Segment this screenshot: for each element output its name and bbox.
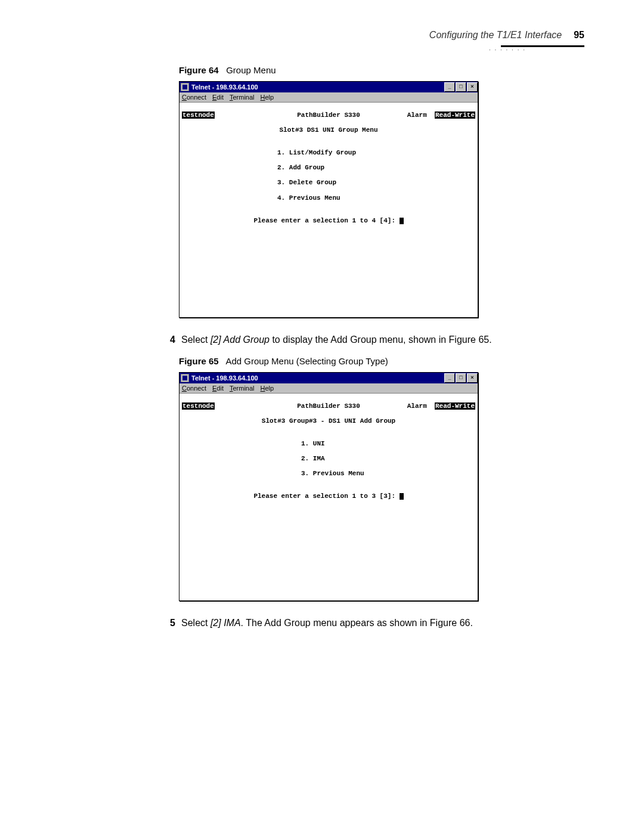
figure-65-caption: Figure 65 Add Group Menu (Selecting Grou… [179, 356, 584, 366]
menu-option-3: 3. Previous Menu [301, 470, 475, 478]
page: Configuring the T1/E1 Interface 95 · · ·… [0, 0, 644, 669]
app-icon [181, 83, 189, 91]
step4-em: [2] Add Group [210, 335, 270, 345]
step-4-text: Select [2] Add Group to display the Add … [181, 335, 492, 345]
step-number-4: 4 [167, 335, 175, 345]
menu-edit[interactable]: Edit [212, 385, 224, 392]
minimize-button[interactable]: _ [444, 82, 455, 92]
page-header: Configuring the T1/E1 Interface 95 · · ·… [60, 30, 584, 41]
menu-option-3: 3. Delete Group [277, 179, 475, 187]
maximize-button[interactable]: □ [456, 373, 466, 383]
cursor-icon [400, 218, 404, 224]
close-button[interactable]: × [467, 373, 478, 383]
step-4: 4 Select [2] Add Group to display the Ad… [167, 335, 584, 345]
maximize-button[interactable]: □ [456, 82, 466, 92]
prompt-text: Please enter a selection 1 to 4 [4]: [253, 217, 399, 224]
mode-label: Read-Write [435, 112, 475, 119]
figure-65-label: Figure 65 [179, 356, 219, 366]
alarm-label: Alarm [407, 402, 427, 410]
header-dots-decoration: · · · · · · · [489, 47, 526, 53]
step4-post: to display the Add Group menu, shown in … [270, 335, 492, 345]
mode-label: Read-Write [435, 402, 475, 410]
step-5: 5 Select [2] IMA. The Add Group menu app… [167, 618, 584, 628]
window-title: Telnet - 198.93.64.100 [191, 83, 258, 91]
menu-connect[interactable]: Connect [182, 385, 206, 392]
node-label: testnode [182, 402, 215, 410]
menu-edit[interactable]: Edit [212, 94, 224, 101]
header-rule [60, 45, 584, 47]
device-name: PathBuilder S330 [297, 402, 360, 410]
page-number: 95 [574, 30, 584, 41]
menu-help[interactable]: Help [261, 94, 274, 101]
terminal-body[interactable]: testnodePathBuilder S330Alarm Read-Write… [179, 394, 478, 600]
menu-option-2: 2. Add Group [277, 164, 475, 172]
figure-64-caption: Figure 64 Group Menu [179, 65, 584, 75]
step-number-5: 5 [167, 618, 175, 628]
menubar: Connect Edit Terminal Help [179, 92, 478, 103]
close-button[interactable]: × [467, 82, 478, 92]
subtitle: Slot#3 Group#3 - DS1 UNI Add Group [182, 417, 475, 425]
minimize-button[interactable]: _ [444, 373, 455, 383]
step-5-text: Select [2] IMA. The Add Group menu appea… [181, 618, 473, 628]
telnet-window-fig64: Telnet - 198.93.64.100 _ □ × Connect Edi… [179, 81, 478, 318]
menu-terminal[interactable]: Terminal [230, 385, 255, 392]
titlebar[interactable]: Telnet - 198.93.64.100 _ □ × [179, 373, 478, 383]
figure-65-caption-text: Add Group Menu (Selecting Group Type) [225, 356, 388, 366]
menu-help[interactable]: Help [261, 385, 274, 392]
titlebar[interactable]: Telnet - 198.93.64.100 _ □ × [179, 82, 478, 92]
step5-em: [2] IMA [210, 618, 241, 628]
menubar: Connect Edit Terminal Help [179, 383, 478, 394]
node-label: testnode [182, 112, 215, 119]
prompt-text: Please enter a selection 1 to 3 [3]: [253, 493, 399, 500]
device-name: PathBuilder S330 [297, 112, 360, 119]
header-title: Configuring the T1/E1 Interface [429, 30, 562, 41]
terminal-body[interactable]: testnodePathBuilder S330Alarm Read-Write… [179, 103, 478, 317]
subtitle: Slot#3 DS1 UNI Group Menu [182, 126, 475, 134]
menu-option-2: 2. IMA [301, 455, 475, 463]
menu-option-1: 1. List/Modify Group [277, 149, 475, 157]
menu-option-4: 4. Previous Menu [277, 194, 475, 202]
menu-option-1: 1. UNI [301, 440, 475, 448]
menu-connect[interactable]: Connect [182, 94, 206, 101]
step5-post: . The Add Group menu appears as shown in… [241, 618, 473, 628]
menu-terminal[interactable]: Terminal [230, 94, 255, 101]
step5-pre: Select [181, 618, 210, 628]
app-icon [181, 374, 189, 382]
window-title: Telnet - 198.93.64.100 [191, 374, 258, 382]
alarm-label: Alarm [407, 112, 427, 119]
step4-pre: Select [181, 335, 210, 345]
content-column: Figure 64 Group Menu Telnet - 198.93.64.… [179, 65, 584, 628]
cursor-icon [400, 493, 404, 500]
figure-64-label: Figure 64 [179, 65, 219, 75]
figure-64-caption-text: Group Menu [226, 65, 275, 75]
telnet-window-fig65: Telnet - 198.93.64.100 _ □ × Connect Edi… [179, 372, 478, 601]
